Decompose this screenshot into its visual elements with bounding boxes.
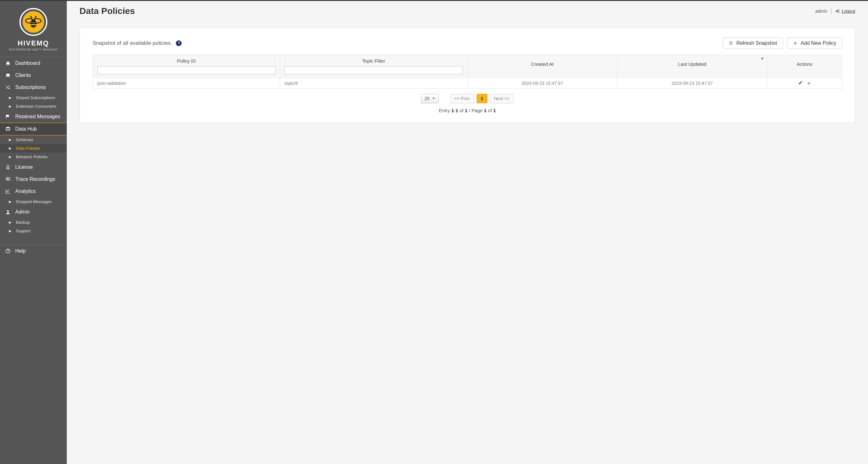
- sidebar-subitem-behavior-policies[interactable]: ▶ Behavior Policies: [0, 153, 67, 161]
- button-label: Refresh Snapshot: [736, 40, 777, 46]
- cell-created-at: 2023-09-23 15:47:37: [467, 78, 617, 89]
- caret-right-icon: ▶: [9, 146, 11, 150]
- sidebar-subitem-dropped-messages[interactable]: ▶ Dropped Messages: [0, 197, 67, 206]
- snapshot-description: Snapshot of all available policies.: [93, 40, 172, 46]
- download-policy-button[interactable]: [807, 80, 811, 86]
- database-icon: [5, 127, 11, 132]
- caret-right-icon: ▶: [9, 200, 11, 203]
- user-icon: [5, 209, 11, 214]
- caret-right-icon: ▶: [9, 105, 11, 108]
- page-size-value: 25: [425, 96, 430, 101]
- next-page-button[interactable]: Next >>: [490, 94, 514, 103]
- help-tooltip-icon[interactable]: ?: [176, 40, 182, 46]
- filter-topic-input[interactable]: [285, 66, 463, 74]
- col-label: Policy ID: [97, 58, 275, 64]
- current-user: admin: [815, 8, 827, 14]
- text: Entry: [439, 108, 451, 113]
- caret-right-icon: ▶: [9, 155, 11, 159]
- brand-subtitle: ENTERPRISE MQTT BROKER: [3, 48, 64, 51]
- svg-point-15: [8, 252, 8, 252]
- monitor-search-icon: [5, 177, 11, 182]
- sidebar-sublabel: Extension Consumers: [16, 104, 56, 109]
- sort-desc-icon: ▼: [761, 57, 764, 60]
- sidebar-label: Subscriptions: [15, 85, 46, 90]
- help-icon: [5, 248, 11, 254]
- entry-pages-total: 1: [493, 108, 496, 113]
- caret-right-icon: ▶: [9, 221, 11, 224]
- sidebar-subitem-extension-consumers[interactable]: ▶ Extension Consumers: [0, 102, 67, 110]
- sidebar-label: Trace Recordings: [15, 176, 55, 182]
- sidebar-subitem-data-policies[interactable]: ▶ Data Policies: [0, 144, 67, 153]
- col-header-topic-filter[interactable]: Topic Filter: [280, 55, 467, 78]
- sidebar-label: Help: [15, 248, 26, 254]
- sidebar-nav: Dashboard Clients Subscriptions ▶ Shared…: [0, 57, 67, 257]
- sidebar-item-analytics[interactable]: Analytics: [0, 185, 67, 197]
- laptop-icon: [5, 73, 11, 78]
- topbar: Data Policies admin Logout: [67, 1, 868, 21]
- sidebar-sublabel: Data Policies: [16, 146, 40, 151]
- sidebar-item-help[interactable]: Help: [0, 245, 67, 257]
- flag-icon: [5, 114, 11, 119]
- col-label: Topic Filter: [285, 58, 463, 64]
- sidebar-subitem-shared-subscriptions[interactable]: ▶ Shared Subscriptions: [0, 93, 67, 102]
- main-content: Data Policies admin Logout Snapshot of a…: [67, 1, 868, 464]
- brand-logo: [20, 8, 48, 36]
- sidebar-subitem-backup[interactable]: ▶ Backup: [0, 218, 67, 227]
- policies-table: Policy ID Topic Filter Created At ▼ Last…: [93, 55, 842, 89]
- button-label: Add New Policy: [801, 40, 836, 46]
- download-icon: [807, 80, 811, 85]
- sidebar-item-clients[interactable]: Clients: [0, 69, 67, 81]
- caret-right-icon: ▶: [9, 229, 11, 233]
- sidebar-item-dashboard[interactable]: Dashboard: [0, 57, 67, 69]
- edit-policy-button[interactable]: [798, 80, 803, 86]
- sidebar-label: Data Hub: [15, 126, 37, 132]
- refresh-snapshot-button[interactable]: Refresh Snapshot: [723, 37, 783, 49]
- sidebar-label: Dashboard: [15, 60, 40, 66]
- col-header-created-at[interactable]: Created At: [467, 55, 617, 78]
- col-label: Last Updated: [622, 61, 763, 67]
- pagination-summary: Entry 1-1 of 1 / Page 1 of 1: [93, 108, 842, 113]
- svg-rect-11: [6, 178, 10, 180]
- policies-panel: Snapshot of all available policies. ? Re…: [80, 28, 855, 123]
- sidebar-item-license[interactable]: License: [0, 161, 67, 173]
- shuffle-icon: [5, 85, 11, 90]
- sidebar-item-trace-recordings[interactable]: Trace Recordings: [0, 173, 67, 185]
- text: of: [487, 108, 493, 113]
- sidebar-sublabel: Support: [16, 229, 31, 233]
- sidebar-label: License: [15, 164, 33, 170]
- page-title: Data Policies: [80, 6, 135, 16]
- cell-policy-id: json-validation: [93, 78, 280, 89]
- sidebar-sublabel: Dropped Messages: [16, 199, 52, 204]
- sidebar-sublabel: Schemas: [16, 137, 33, 142]
- sidebar-item-admin[interactable]: Admin: [0, 206, 67, 218]
- page-size-select[interactable]: 25: [421, 94, 439, 103]
- brand-name: HIVEMQ: [3, 39, 64, 47]
- panel-header: Snapshot of all available policies. ? Re…: [93, 37, 842, 49]
- sidebar-subitem-support[interactable]: ▶ Support: [0, 227, 67, 235]
- sidebar-sublabel: Backup: [16, 220, 30, 225]
- svg-rect-2: [30, 24, 37, 26]
- text: of: [458, 108, 465, 113]
- logout-label: Logout: [842, 8, 855, 14]
- col-header-last-updated[interactable]: ▼ Last Updated: [617, 55, 767, 78]
- sidebar: HIVEMQ ENTERPRISE MQTT BROKER Dashboard …: [0, 1, 67, 464]
- sidebar-subitem-schemas[interactable]: ▶ Schemas: [0, 135, 67, 144]
- logout-link[interactable]: Logout: [835, 8, 855, 14]
- caret-right-icon: ▶: [9, 96, 11, 99]
- sidebar-item-retained-messages[interactable]: Retained Messages: [0, 110, 67, 123]
- sidebar-item-subscriptions[interactable]: Subscriptions: [0, 81, 67, 93]
- chart-line-icon: [5, 189, 11, 194]
- sidebar-label: Analytics: [15, 189, 36, 194]
- prev-page-button[interactable]: << Prev: [450, 94, 474, 103]
- topbar-user-area: admin Logout: [815, 8, 855, 14]
- add-new-policy-button[interactable]: Add New Policy: [787, 37, 842, 49]
- current-page-button[interactable]: 1: [476, 94, 488, 103]
- refresh-icon: [729, 41, 733, 45]
- sidebar-item-data-hub[interactable]: Data Hub: [0, 123, 67, 135]
- filter-policy-id-input[interactable]: [97, 66, 275, 74]
- svg-point-10: [7, 165, 9, 168]
- text: / Page: [467, 108, 484, 113]
- col-label: Actions: [772, 61, 837, 67]
- col-header-policy-id[interactable]: Policy ID: [93, 55, 280, 78]
- brand-block: HIVEMQ ENTERPRISE MQTT BROKER: [0, 1, 67, 57]
